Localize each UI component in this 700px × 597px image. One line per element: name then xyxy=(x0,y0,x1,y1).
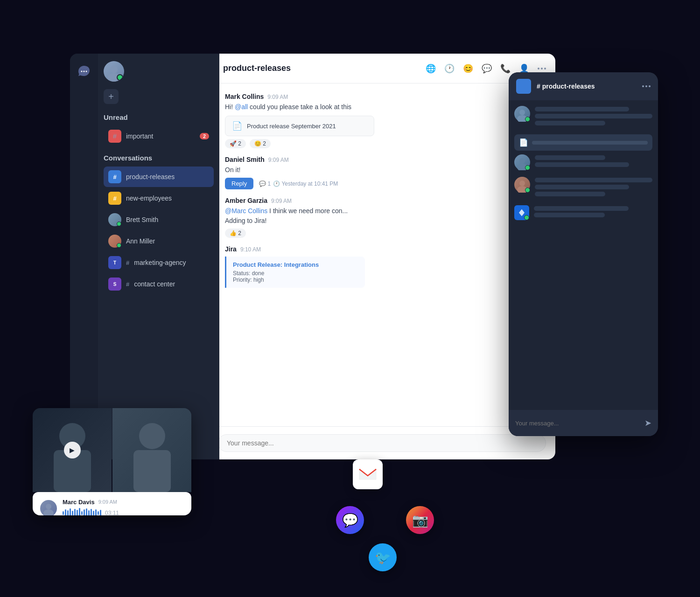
message-amber-garzia: Amber Garzia 9:09 AM @Marc Collins I thi… xyxy=(201,197,546,238)
msg-text-daniel: On it! xyxy=(225,165,546,175)
rp-message-1 xyxy=(514,106,652,128)
dm-name-brett-smith: Brett Smith xyxy=(126,216,209,223)
video-cell-secondary xyxy=(112,408,191,492)
clock-icon[interactable]: 🕐 xyxy=(444,63,455,74)
messages-area[interactable]: Mark Collins 9:09 AM Hi! @all could you … xyxy=(191,83,555,426)
rp-messages: 📄 xyxy=(509,100,658,403)
person-figure-secondary xyxy=(112,408,191,492)
doc-icon: 📄 xyxy=(232,121,242,131)
add-conversation-button[interactable]: + xyxy=(104,89,119,104)
avatar-brett-smith xyxy=(108,213,121,226)
play-button[interactable]: ▶ xyxy=(64,442,81,458)
user-avatar[interactable] xyxy=(104,61,124,82)
sidebar-item-marketing-agency[interactable]: T # marketing-agency xyxy=(104,252,214,273)
vm-duration: 03:11 xyxy=(105,510,119,516)
chat-main: # product-releases 🌐 🕐 😊 💬 📞 👤 xyxy=(191,54,555,459)
rp-doc-icon: 📄 xyxy=(519,138,528,147)
icon-strip xyxy=(70,54,98,459)
rp-send-icon[interactable]: ➤ xyxy=(644,418,651,428)
channel-icon-important: # xyxy=(108,130,121,143)
chat-bubble-icon[interactable]: 💬 xyxy=(482,63,492,74)
reactions-amber: 👍 2 xyxy=(225,229,546,238)
msg-header-jira: Jira 9:10 AM xyxy=(225,245,546,253)
svg-point-19 xyxy=(139,423,165,449)
reaction-thumbsup[interactable]: 👍 2 xyxy=(225,229,246,238)
svg-rect-20 xyxy=(133,450,171,492)
msg-author-mark: Mark Collins xyxy=(225,93,264,100)
svg-point-16 xyxy=(517,186,527,193)
sidebar: + Unread # important 2 Conversations # p… xyxy=(70,54,219,459)
sidebar-item-contact-center[interactable]: S # contact center xyxy=(104,274,214,294)
vm-avatar xyxy=(40,500,57,515)
video-grid: ▶ xyxy=(33,408,191,492)
reaction-smile[interactable]: 😊 2 xyxy=(250,139,271,148)
sidebar-item-ann-miller[interactable]: Ann Miller xyxy=(104,231,214,251)
svg-point-13 xyxy=(519,158,525,164)
jira-status: Status: done xyxy=(233,270,358,277)
channel-name-new-employees: new-employees xyxy=(126,194,209,202)
sidebar-item-important[interactable]: # important 2 xyxy=(104,126,214,146)
badge-important: 2 xyxy=(200,133,209,139)
sidebar-content: + Unread # important 2 Conversations # p… xyxy=(98,54,219,459)
thread-info: 💬 1 🕐 Yesterday at 10:41 PM xyxy=(259,180,338,187)
reactions-mark: 🚀 2 😊 2 xyxy=(225,139,546,148)
globe-icon[interactable]: 🌐 xyxy=(426,63,436,74)
emoji-icon[interactable]: 😊 xyxy=(463,63,473,74)
rp-jira-icon xyxy=(514,205,529,220)
message-jira: Jira 9:10 AM Product Release: Integratio… xyxy=(201,245,546,288)
vm-sender-name: Marc Davis xyxy=(63,499,95,506)
attachment-product-release[interactable]: 📄 Product release September 2021 xyxy=(225,116,374,136)
rp-message-2 xyxy=(514,154,652,170)
twitter-icon-button[interactable]: 🐦 xyxy=(369,543,397,571)
more-options-button[interactable] xyxy=(538,68,546,69)
reaction-rocket[interactable]: 🚀 2 xyxy=(225,139,246,148)
rp-attachment[interactable]: 📄 xyxy=(514,134,652,151)
right-panel-header: # product-releases xyxy=(509,72,658,100)
video-cell-main: ▶ xyxy=(33,408,112,492)
phone-icon[interactable]: 📞 xyxy=(500,63,511,74)
gmail-icon-button[interactable] xyxy=(353,459,383,489)
jira-card[interactable]: Product Release: Integrations Status: do… xyxy=(225,257,365,288)
svg-point-15 xyxy=(519,180,525,186)
msg-text-mark: Hi! @all could you please take a look at… xyxy=(225,102,546,112)
messenger-icon-button[interactable]: 💬 xyxy=(336,506,364,534)
message-content-mark: Mark Collins 9:09 AM Hi! @all could you … xyxy=(225,93,546,148)
msg-header-amber: Amber Garzia 9:09 AM xyxy=(225,197,546,204)
attachment-name: Product release September 2021 xyxy=(247,123,336,130)
sidebar-item-product-releases[interactable]: # product-releases xyxy=(104,167,214,187)
msg-header-daniel: Daniel Smith 9:09 AM xyxy=(225,156,546,163)
waveform xyxy=(63,507,101,516)
rp-channel-icon xyxy=(516,79,531,94)
avatar-initials xyxy=(104,61,124,82)
instagram-icon-button[interactable]: 📷 xyxy=(406,506,434,534)
conversations-section-label: Conversations xyxy=(104,154,214,162)
svg-point-1 xyxy=(84,71,85,72)
message-input-area: 😊 xyxy=(191,426,555,459)
dm-name-ann-miller: Ann Miller xyxy=(126,237,209,245)
msg-time-amber: 9:09 AM xyxy=(271,198,292,204)
vm-header: Marc Davis 9:09 AM xyxy=(63,499,184,506)
msg-header-mark: Mark Collins 9:09 AM xyxy=(225,93,546,100)
channel-name-marketing-agency: marketing-agency xyxy=(134,259,209,266)
rp-more-options[interactable] xyxy=(642,85,651,87)
svg-point-4 xyxy=(107,73,120,82)
message-content-jira: Jira 9:10 AM Product Release: Integratio… xyxy=(225,245,546,288)
svg-point-3 xyxy=(110,66,118,73)
msg-time-mark: 9:09 AM xyxy=(267,94,288,100)
sidebar-item-new-employees[interactable]: # new-employees xyxy=(104,188,214,208)
svg-point-21 xyxy=(46,504,51,509)
channel-icon-product-releases: # xyxy=(108,170,121,183)
rp-lines-1 xyxy=(535,106,652,128)
rp-message-input[interactable] xyxy=(515,420,640,427)
reply-button[interactable]: Reply xyxy=(225,178,253,189)
rp-avatar-1 xyxy=(514,106,530,122)
rp-channel-name: # product-releases xyxy=(537,83,637,90)
channel-name-contact-center: contact center xyxy=(134,280,209,288)
jira-card-title: Product Release: Integrations xyxy=(233,261,358,268)
message-input[interactable] xyxy=(218,434,546,452)
msg-text-amber: @Marc Collins I think we need more con..… xyxy=(225,206,546,226)
message-daniel-smith: Daniel Smith 9:09 AM On it! Reply 💬 1 🕐 … xyxy=(201,156,546,189)
app-container: + Unread # important 2 Conversations # p… xyxy=(70,54,630,543)
chat-header: # product-releases 🌐 🕐 😊 💬 📞 👤 xyxy=(191,54,555,83)
sidebar-item-brett-smith[interactable]: Brett Smith xyxy=(104,209,214,230)
